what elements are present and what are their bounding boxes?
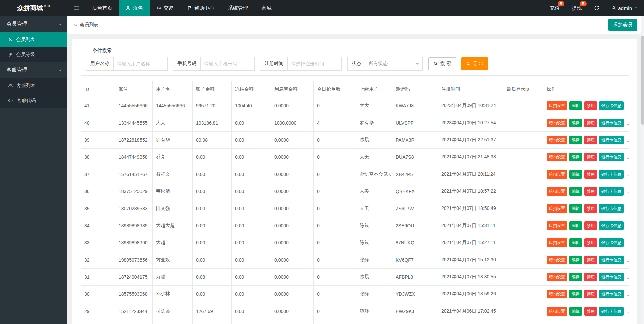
disable-button[interactable]: 禁用 <box>584 119 597 127</box>
disable-button[interactable]: 禁用 <box>584 256 597 264</box>
nav-label: 角色 <box>133 5 143 11</box>
search-fieldset: 条件搜索 用户名称 手机号码 注册时间 <box>81 48 629 76</box>
register-time-input[interactable] <box>288 57 341 70</box>
row-actions: 暗扣设置编辑禁用银行卡信息... <box>547 290 625 298</box>
edit-button[interactable]: 编辑 <box>569 221 582 230</box>
status-select[interactable]: 所有状态 <box>365 57 422 70</box>
cell-actions: 暗扣设置编辑禁用银行卡信息... <box>543 149 629 166</box>
hidden-deduct-settings-button[interactable]: 暗扣设置 <box>547 290 567 298</box>
nav-item-mall[interactable]: 商城 <box>255 0 278 16</box>
hidden-deduct-settings-button[interactable]: 暗扣设置 <box>547 136 567 144</box>
cell-invite-code: 2SE9QU <box>392 217 438 234</box>
bank-card-info-button[interactable]: 银行卡信息 <box>599 101 624 110</box>
hidden-deduct-settings-button[interactable]: 暗扣设置 <box>547 119 567 127</box>
edit-button[interactable]: 编辑 <box>569 204 582 213</box>
bank-card-info-button[interactable]: 银行卡信息 <box>599 256 624 264</box>
hidden-deduct-settings-button[interactable]: 暗扣设置 <box>547 204 567 213</box>
hidden-deduct-settings-button[interactable]: 暗扣设置 <box>547 238 567 247</box>
bank-card-info-button[interactable]: 银行卡信息 <box>599 136 624 144</box>
disable-button[interactable]: 禁用 <box>584 101 597 110</box>
nav-item-roles[interactable]: 角色 <box>119 0 150 16</box>
disable-button[interactable]: 禁用 <box>584 204 597 213</box>
sidebar-group-member-mgmt[interactable]: 会员管理 <box>0 16 67 32</box>
withdraw-button[interactable]: 提现 0 <box>566 0 588 16</box>
search-button[interactable]: 搜 索 <box>428 57 456 70</box>
table-row: 3715761451267聂祥文0.000.000.00000孙悟空不会武功XB… <box>81 166 629 183</box>
add-member-button[interactable]: 添加会员 <box>608 19 637 31</box>
bank-card-info-button[interactable]: 银行卡信息 <box>599 290 624 298</box>
hidden-deduct-settings-button[interactable]: 暗扣设置 <box>547 256 567 264</box>
disable-button[interactable]: 禁用 <box>584 187 597 196</box>
export-button[interactable]: 导 出 <box>461 57 488 70</box>
sidebar-item-support-code[interactable]: 客服代码 <box>0 93 67 108</box>
edit-button[interactable]: 编辑 <box>569 187 582 196</box>
disable-button[interactable]: 禁用 <box>584 170 597 179</box>
edit-button[interactable]: 编辑 <box>569 136 582 144</box>
sidebar-item-member-level[interactable]: 会员等级 <box>0 47 67 62</box>
edit-button[interactable]: 编辑 <box>569 101 582 110</box>
brand-version: V10 <box>44 4 50 8</box>
hidden-deduct-settings-button[interactable]: 暗扣设置 <box>547 187 567 196</box>
edit-button[interactable]: 编辑 <box>569 307 582 316</box>
bank-card-info-button[interactable]: 银行卡信息 <box>599 238 624 247</box>
content-card: 条件搜索 用户名称 手机号码 注册时间 <box>72 39 637 324</box>
recharge-label: 充值 <box>550 5 560 11</box>
scrollbar-thumb[interactable] <box>641 36 644 125</box>
hidden-deduct-settings-button[interactable]: 暗扣设置 <box>547 273 567 281</box>
breadcrumb-icon: » <box>74 21 77 28</box>
recharge-button[interactable]: 充值 0 <box>544 0 566 16</box>
disable-button[interactable]: 禁用 <box>584 290 597 298</box>
bank-card-info-button[interactable]: 银行卡信息 <box>599 187 624 196</box>
username-input[interactable] <box>114 57 167 70</box>
user-menu[interactable]: admin <box>605 0 644 16</box>
hidden-deduct-settings-button[interactable]: 暗扣设置 <box>547 221 567 230</box>
col-header-interest: 利息宝金额 <box>271 81 314 97</box>
disable-button[interactable]: 禁用 <box>584 221 597 230</box>
nav-item-trade[interactable]: 交易 <box>150 0 180 16</box>
edit-button[interactable]: 编辑 <box>569 273 582 281</box>
recharge-badge: 0 <box>558 1 564 6</box>
col-header-actions: 操作 <box>543 81 629 97</box>
sidebar-item-member-list[interactable]: 会员列表 <box>0 32 67 47</box>
edit-button[interactable]: 编辑 <box>569 119 582 127</box>
hidden-deduct-settings-button[interactable]: 暗扣设置 <box>547 307 567 316</box>
cell-interest: 0.0000 <box>271 132 314 149</box>
edit-button[interactable]: 编辑 <box>569 256 582 264</box>
edit-button[interactable]: 编辑 <box>569 238 582 247</box>
phone-input[interactable] <box>201 57 254 70</box>
nav-item-dashboard[interactable]: 后台首页 <box>85 0 119 16</box>
table-row: 3513070289583田文强0.000.000.00000大美ZS9L7W2… <box>81 200 629 217</box>
sidebar-group-support-mgmt[interactable]: 客服管理 <box>0 62 67 78</box>
cell-frozen: 0.00 <box>232 183 271 200</box>
cell-frozen: 0.00 <box>232 200 271 217</box>
disable-button[interactable]: 禁用 <box>584 307 597 316</box>
brand-logo[interactable]: 众拼商城 V10 <box>0 0 67 16</box>
nav-item-help-center[interactable]: 帮助中心 <box>180 0 221 16</box>
edit-button[interactable]: 编辑 <box>569 153 582 161</box>
nav-label: 交易 <box>164 5 174 11</box>
cell-interest: 1000.0000 <box>271 114 314 132</box>
edit-button[interactable]: 编辑 <box>569 290 582 298</box>
search-row: 用户名称 手机号码 注册时间 状态 <box>86 57 623 71</box>
bank-card-info-button[interactable]: 银行卡信息 <box>599 170 624 179</box>
hidden-deduct-settings-button[interactable]: 暗扣设置 <box>547 101 567 110</box>
disable-button[interactable]: 禁用 <box>584 238 597 247</box>
bank-card-info-button[interactable]: 银行卡信息 <box>599 204 624 213</box>
disable-button[interactable]: 禁用 <box>584 273 597 281</box>
bank-card-info-button[interactable]: 银行卡信息 <box>599 153 624 161</box>
refresh-button[interactable] <box>588 0 605 16</box>
hidden-deduct-settings-button[interactable]: 暗扣设置 <box>547 170 567 179</box>
bank-card-info-button[interactable]: 银行卡信息 <box>599 307 624 316</box>
menu-toggle-button[interactable] <box>67 0 85 16</box>
nav-item-system-mgmt[interactable]: 系统管理 <box>221 0 255 16</box>
nav-label: 帮助中心 <box>194 5 214 11</box>
bank-card-info-button[interactable]: 银行卡信息 <box>599 119 624 127</box>
edit-button[interactable]: 编辑 <box>569 170 582 179</box>
disable-button[interactable]: 禁用 <box>584 153 597 161</box>
bank-card-info-button[interactable]: 银行卡信息 <box>599 273 624 281</box>
sidebar-item-support-list[interactable]: 客服列表 <box>0 78 67 93</box>
bank-card-info-button[interactable]: 银行卡信息 <box>599 221 624 230</box>
hidden-deduct-settings-button[interactable]: 暗扣设置 <box>547 153 567 161</box>
register-time-label: 注册时间 <box>260 57 288 70</box>
disable-button[interactable]: 禁用 <box>584 136 597 144</box>
